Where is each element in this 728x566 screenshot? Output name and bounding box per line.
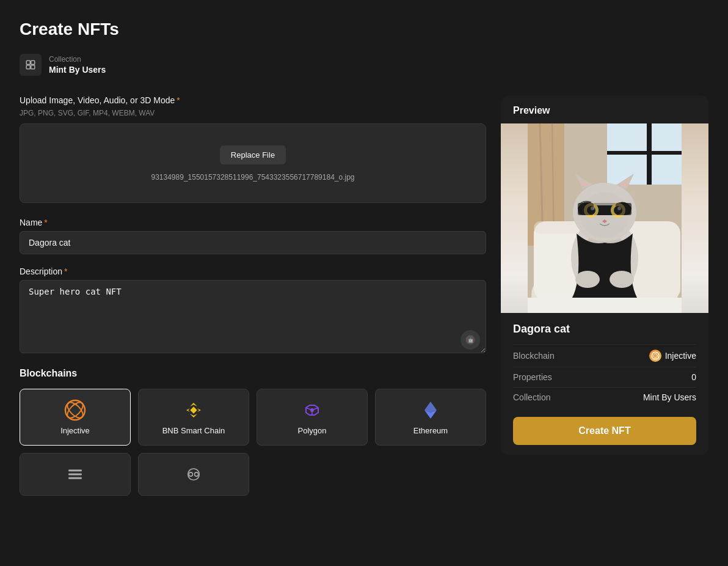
svg-rect-29 [607, 151, 682, 155]
blockchains-section: Blockchains Injective [20, 368, 486, 496]
create-nft-button[interactable]: Create NFT [513, 417, 696, 445]
description-field: Description* Super hero cat NFT 🤖 [20, 266, 486, 356]
main-layout: Upload Image, Video, Audio, or 3D Mode* … [20, 95, 708, 508]
svg-rect-21 [68, 473, 82, 475]
description-required: * [64, 266, 67, 276]
blockchain-second-row [20, 453, 486, 496]
preview-nft-name: Dagora cat [513, 323, 696, 336]
svg-rect-2 [26, 65, 30, 69]
collection-name: Mint By Users [49, 65, 106, 75]
svg-point-25 [195, 472, 198, 476]
bnb-icon [183, 399, 205, 421]
blockchain-bnb[interactable]: BNB Smart Chain [138, 389, 249, 446]
upload-area[interactable]: Replace File 93134989_1550157328511996_7… [20, 123, 486, 203]
blockchain-ethereum[interactable]: Ethereum [375, 389, 486, 446]
injective-badge-icon [649, 350, 661, 362]
blockchains-label: Blockchains [20, 368, 486, 379]
preview-properties-row: Properties 0 [513, 367, 696, 387]
collection-header: Collection Mint By Users [20, 54, 708, 76]
svg-rect-53 [616, 203, 632, 215]
collection-icon [20, 54, 42, 76]
svg-marker-11 [186, 408, 190, 412]
svg-text:🤖: 🤖 [468, 337, 474, 343]
collection-label: Collection [49, 55, 106, 64]
name-label: Name* [20, 218, 486, 227]
page-title: Create NFTs [20, 20, 708, 39]
preview-image-container [501, 123, 708, 313]
textarea-wrapper: Super hero cat NFT 🤖 [20, 280, 486, 356]
injective-icon [64, 399, 86, 421]
ai-assistant-icon[interactable]: 🤖 [460, 330, 480, 350]
upload-label: Upload Image, Video, Audio, or 3D Mode* [20, 95, 486, 105]
svg-rect-62 [528, 298, 682, 313]
name-required: * [44, 218, 47, 227]
svg-point-24 [189, 472, 192, 476]
blockchain-polygon[interactable]: Polygon [257, 389, 368, 446]
preview-container: Preview [501, 95, 708, 455]
blockchain-injective[interactable]: Injective [20, 389, 131, 446]
file-name-display: 93134989_1550157328511996_75433235567177… [151, 173, 354, 182]
blockchain-row-label: Blockchain [513, 351, 555, 361]
injective-name: Injective [60, 426, 90, 435]
svg-point-60 [575, 271, 600, 288]
preview-panel: Preview [501, 95, 708, 455]
upload-section: Upload Image, Video, Audio, or 3D Mode* … [20, 95, 486, 203]
blockchain-item6[interactable] [138, 453, 249, 496]
blockchain-row-value: Injective [649, 350, 696, 362]
preview-collection-row: Collection Mint By Users [513, 387, 696, 407]
properties-row-value: 0 [691, 372, 696, 382]
cat-image [501, 123, 708, 313]
preview-details: Dagora cat Blockchain Injective [501, 313, 708, 455]
svg-point-23 [188, 469, 200, 480]
upload-required: * [177, 95, 180, 105]
ethereum-name: Ethereum [413, 426, 448, 435]
collection-row-label: Collection [513, 392, 550, 402]
description-label: Description* [20, 266, 486, 276]
replace-file-button[interactable]: Replace File [220, 145, 286, 164]
preview-blockchain-row: Blockchain Injective [513, 344, 696, 367]
name-input[interactable] [20, 231, 486, 254]
bnb-name: BNB Smart Chain [162, 426, 225, 435]
polygon-name: Polygon [298, 426, 327, 435]
file-type-hint: JPG, PNG, SVG, GIF, MP4, WEBM, WAV [20, 109, 486, 117]
svg-rect-13 [190, 406, 197, 413]
item5-icon [64, 463, 86, 485]
left-panel: Upload Image, Video, Audio, or 3D Mode* … [20, 95, 486, 508]
svg-point-61 [610, 271, 634, 288]
collection-row-value: Mint By Users [643, 392, 696, 402]
polygon-icon [301, 399, 323, 421]
svg-rect-54 [594, 203, 616, 215]
svg-rect-20 [68, 469, 82, 471]
properties-row-label: Properties [513, 372, 552, 382]
ethereum-icon [420, 399, 442, 421]
svg-marker-9 [190, 403, 197, 406]
svg-rect-52 [578, 203, 594, 215]
collection-info: Collection Mint By Users [49, 55, 106, 75]
description-textarea[interactable]: Super hero cat NFT [20, 280, 486, 353]
item6-icon [183, 463, 205, 485]
svg-marker-12 [197, 408, 201, 412]
svg-rect-3 [31, 65, 35, 69]
blockchain-item5[interactable] [20, 453, 131, 496]
name-field: Name* [20, 218, 486, 254]
svg-rect-22 [68, 477, 82, 479]
svg-rect-1 [31, 61, 35, 64]
svg-marker-10 [190, 414, 197, 417]
blockchain-grid: Injective BNB Smart Chain [20, 389, 486, 446]
preview-header: Preview [501, 95, 708, 123]
svg-rect-0 [26, 61, 30, 64]
